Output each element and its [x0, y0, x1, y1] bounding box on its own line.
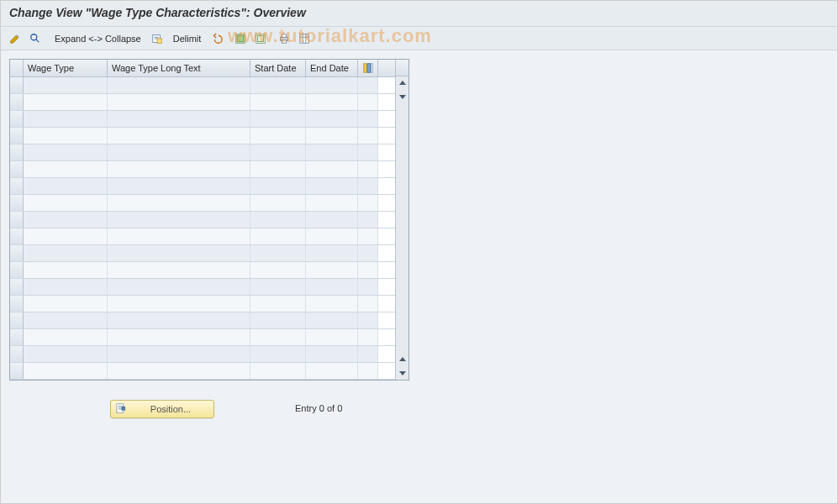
expand-collapse-button[interactable]: Expand <-> Collapse: [50, 30, 146, 47]
cell-end-date[interactable]: [306, 296, 358, 312]
cell-start-date[interactable]: [250, 245, 306, 261]
row-selector[interactable]: [10, 296, 24, 312]
cell-end-date[interactable]: [306, 329, 358, 345]
cell-wage-type[interactable]: [24, 245, 108, 261]
new-entries-button[interactable]: [148, 30, 166, 47]
cell-wage-type-long[interactable]: [108, 228, 250, 244]
cell-wage-type[interactable]: [24, 363, 108, 379]
cell-start-date[interactable]: [250, 161, 306, 177]
cell-wage-type[interactable]: [24, 212, 108, 228]
cell-wage-type-long[interactable]: [108, 262, 250, 278]
cell-wage-type-long[interactable]: [108, 245, 250, 261]
cell-wage-type[interactable]: [24, 312, 108, 328]
cell-end-date[interactable]: [306, 178, 358, 194]
cell-wage-type-long[interactable]: [108, 111, 250, 127]
row-selector[interactable]: [10, 329, 24, 345]
cell-wage-type-long[interactable]: [108, 329, 250, 345]
cell-wage-type-long[interactable]: [108, 195, 250, 211]
cell-end-date[interactable]: [306, 245, 358, 261]
cell-wage-type[interactable]: [24, 346, 108, 362]
cell-start-date[interactable]: [250, 346, 306, 362]
row-selector[interactable]: [10, 77, 24, 93]
column-header-wage-type[interactable]: Wage Type: [24, 60, 108, 76]
select-all-button[interactable]: [231, 30, 250, 47]
cell-wage-type[interactable]: [24, 279, 108, 295]
undo-button[interactable]: [208, 30, 226, 47]
cell-wage-type[interactable]: [24, 94, 108, 110]
cell-wage-type-long[interactable]: [108, 296, 250, 312]
cell-wage-type-long[interactable]: [108, 279, 250, 295]
cell-start-date[interactable]: [250, 228, 306, 244]
cell-wage-type-long[interactable]: [108, 94, 250, 110]
vertical-scrollbar[interactable]: [395, 60, 408, 380]
cell-start-date[interactable]: [250, 262, 306, 278]
cell-end-date[interactable]: [306, 111, 358, 127]
cell-wage-type[interactable]: [24, 77, 108, 93]
table-settings-button[interactable]: [295, 30, 314, 47]
row-selector[interactable]: [10, 128, 24, 144]
scroll-up-bottom-button[interactable]: [397, 354, 408, 365]
row-selector[interactable]: [10, 312, 24, 328]
cell-wage-type-long[interactable]: [108, 212, 250, 228]
cell-wage-type-long[interactable]: [108, 363, 250, 379]
row-selector[interactable]: [10, 262, 24, 278]
cell-wage-type[interactable]: [24, 195, 108, 211]
cell-end-date[interactable]: [306, 363, 358, 379]
scroll-down-button[interactable]: [397, 91, 408, 102]
cell-wage-type[interactable]: [24, 178, 108, 194]
row-selector[interactable]: [10, 346, 24, 362]
cell-wage-type[interactable]: [24, 111, 108, 127]
cell-wage-type-long[interactable]: [108, 144, 250, 160]
cell-start-date[interactable]: [250, 312, 306, 328]
cell-end-date[interactable]: [306, 195, 358, 211]
cell-end-date[interactable]: [306, 212, 358, 228]
row-selector-header[interactable]: [10, 60, 24, 76]
cell-end-date[interactable]: [306, 312, 358, 328]
deselect-all-button[interactable]: [251, 30, 270, 47]
position-button[interactable]: Position...: [110, 400, 214, 418]
cell-wage-type[interactable]: [24, 329, 108, 345]
toggle-display-change-button[interactable]: [6, 30, 24, 47]
cell-wage-type[interactable]: [24, 296, 108, 312]
row-selector[interactable]: [10, 279, 24, 295]
row-selector[interactable]: [10, 161, 24, 177]
cell-end-date[interactable]: [306, 144, 358, 160]
scroll-down-bottom-button[interactable]: [397, 367, 408, 379]
cell-start-date[interactable]: [250, 279, 306, 295]
column-header-start-date[interactable]: Start Date: [250, 60, 306, 76]
cell-wage-type[interactable]: [24, 128, 108, 144]
cell-start-date[interactable]: [250, 212, 306, 228]
column-configure-button[interactable]: [358, 60, 378, 76]
delimit-button[interactable]: Delimit: [168, 30, 207, 47]
cell-start-date[interactable]: [250, 329, 306, 345]
scrollbar-track[interactable]: [396, 103, 408, 353]
cell-start-date[interactable]: [250, 363, 306, 379]
cell-end-date[interactable]: [306, 279, 358, 295]
column-header-end-date[interactable]: End Date: [306, 60, 358, 76]
cell-end-date[interactable]: [306, 262, 358, 278]
cell-end-date[interactable]: [306, 228, 358, 244]
row-selector[interactable]: [10, 178, 24, 194]
cell-start-date[interactable]: [250, 178, 306, 194]
cell-start-date[interactable]: [250, 94, 306, 110]
row-selector[interactable]: [10, 228, 24, 244]
cell-wage-type[interactable]: [24, 144, 108, 160]
cell-wage-type[interactable]: [24, 161, 108, 177]
details-button[interactable]: [26, 30, 45, 47]
row-selector[interactable]: [10, 245, 24, 261]
cell-wage-type-long[interactable]: [108, 128, 250, 144]
cell-start-date[interactable]: [250, 128, 306, 144]
scroll-up-button[interactable]: [397, 77, 408, 89]
cell-start-date[interactable]: [250, 144, 306, 160]
cell-wage-type[interactable]: [24, 228, 108, 244]
cell-start-date[interactable]: [250, 111, 306, 127]
cell-wage-type-long[interactable]: [108, 312, 250, 328]
cell-start-date[interactable]: [250, 195, 306, 211]
cell-end-date[interactable]: [306, 161, 358, 177]
cell-wage-type-long[interactable]: [108, 178, 250, 194]
cell-end-date[interactable]: [306, 128, 358, 144]
row-selector[interactable]: [10, 363, 24, 379]
cell-wage-type-long[interactable]: [108, 77, 250, 93]
cell-start-date[interactable]: [250, 296, 306, 312]
row-selector[interactable]: [10, 144, 24, 160]
